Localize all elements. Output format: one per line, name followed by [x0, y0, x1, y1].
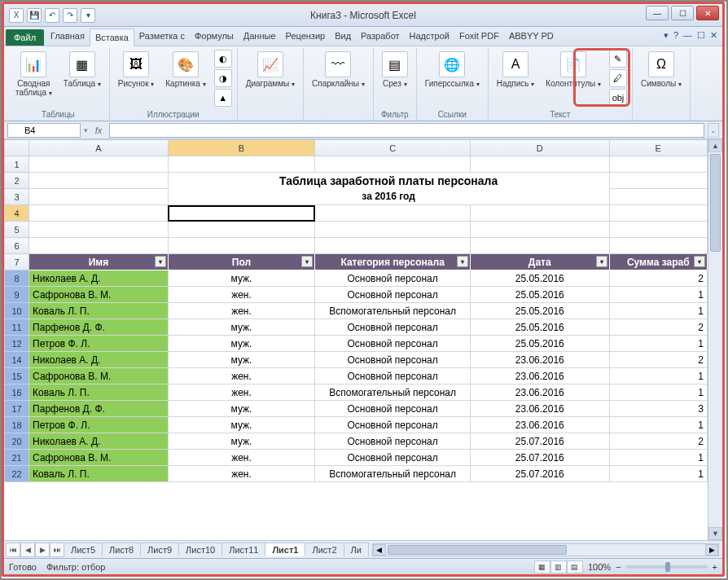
sex-cell[interactable]: муж. [168, 417, 315, 433]
name-cell[interactable]: Николаев А. Д. [29, 270, 169, 287]
undo-icon[interactable]: ↶ [45, 8, 59, 23]
hscroll-thumb[interactable] [388, 545, 567, 555]
sex-cell[interactable]: муж. [168, 401, 315, 417]
ribbon-tab-данные[interactable]: Данные [239, 28, 281, 46]
ribbon-tab-вид[interactable]: Вид [330, 28, 356, 46]
cell[interactable] [315, 238, 471, 254]
name-cell[interactable]: Петров Ф. Л. [29, 417, 169, 433]
ribbon-button-надпись[interactable]: AНадпись ▾ [493, 50, 538, 90]
name-cell[interactable]: Коваль Л. П. [29, 303, 169, 319]
table-header-cell[interactable]: Имя▾ [29, 254, 169, 270]
qat-dropdown-icon[interactable]: ▾ [81, 8, 95, 23]
row-header[interactable]: 18 [5, 417, 29, 433]
sheet-tab[interactable]: Лист8 [102, 543, 141, 556]
name-cell[interactable]: Сафронова В. М. [29, 450, 169, 466]
row-header[interactable]: 11 [5, 319, 29, 336]
sum-cell[interactable]: 1 [609, 466, 707, 482]
sheet-nav-button[interactable]: ▶ [35, 543, 50, 557]
sheet-nav-button[interactable]: ⏭ [50, 543, 64, 557]
sheet-tab[interactable]: Лист10 [178, 543, 222, 556]
sex-cell[interactable]: муж. [168, 270, 315, 287]
horizontal-scrollbar[interactable]: ◀ ▶ [372, 543, 719, 556]
ribbon-button-гиперссылка[interactable]: 🌐Гиперссылка ▾ [422, 50, 483, 90]
ribbon-small-button[interactable]: ◑ [214, 69, 232, 87]
name-cell[interactable]: Парфенов Д. Ф. [29, 319, 169, 336]
ribbon-tab-вставка[interactable]: Вставка [90, 29, 134, 46]
vscroll-thumb[interactable] [710, 154, 721, 252]
ribbon-tab-главная[interactable]: Главная [46, 28, 90, 46]
zoom-slider[interactable] [626, 565, 708, 569]
maximize-button[interactable]: ☐ [671, 6, 694, 20]
sheet-tab[interactable]: Ли [344, 543, 369, 556]
column-header[interactable]: C [315, 140, 471, 156]
close-button[interactable]: ✕ [696, 6, 719, 20]
sex-cell[interactable]: муж. [168, 433, 315, 450]
cell[interactable] [29, 189, 169, 205]
filter-dropdown-icon[interactable]: ▾ [457, 256, 468, 267]
cell[interactable] [470, 222, 609, 238]
filter-dropdown-icon[interactable]: ▾ [155, 256, 166, 267]
cell[interactable] [609, 173, 707, 189]
sum-cell[interactable]: 2 [609, 319, 707, 336]
ribbon-small-button[interactable]: 🖊 [609, 69, 627, 87]
formula-bar[interactable] [109, 123, 704, 138]
redo-icon[interactable]: ↷ [63, 8, 77, 23]
category-cell[interactable]: Основной персонал [315, 450, 471, 466]
cell[interactable] [315, 222, 471, 238]
sex-cell[interactable]: жен. [168, 303, 315, 319]
title-cell[interactable]: Таблица заработной платы персонала [168, 173, 609, 189]
hscroll-right-icon[interactable]: ▶ [705, 544, 718, 556]
sheet-tab[interactable]: Лист9 [140, 543, 179, 556]
category-cell[interactable]: Основной персонал [315, 401, 471, 417]
sum-cell[interactable]: 1 [609, 336, 707, 352]
name-cell[interactable]: Сафронова В. М. [29, 287, 169, 303]
hscroll-left-icon[interactable]: ◀ [373, 544, 386, 556]
scroll-up-icon[interactable]: ▲ [708, 139, 722, 152]
ribbon-button-символы[interactable]: ΩСимволы ▾ [638, 50, 685, 90]
cell[interactable] [609, 238, 707, 254]
filter-dropdown-icon[interactable]: ▾ [301, 256, 313, 267]
minimize-button[interactable]: — [646, 6, 669, 20]
row-header[interactable]: 1 [5, 156, 29, 173]
row-header[interactable]: 15 [5, 368, 29, 384]
sheet-nav-button[interactable]: ◀ [20, 543, 35, 557]
date-cell[interactable]: 25.05.2016 [470, 270, 609, 287]
table-header-cell[interactable]: Пол▾ [168, 254, 315, 270]
row-header[interactable]: 2 [5, 173, 29, 189]
cell[interactable] [29, 173, 169, 189]
workbook-max-icon[interactable]: ☐ [697, 30, 705, 41]
zoom-out-icon[interactable]: − [616, 562, 621, 572]
cell[interactable] [470, 238, 609, 254]
name-cell[interactable]: Николаев А. Д. [29, 433, 169, 450]
ribbon-button-таблица[interactable]: ▦Таблица ▾ [60, 50, 104, 90]
cell[interactable] [29, 156, 169, 173]
date-cell[interactable]: 23.06.2016 [470, 417, 609, 433]
cell[interactable] [29, 222, 169, 238]
sum-cell[interactable]: 1 [609, 450, 707, 466]
ribbon-button-диаграммы[interactable]: 📈Диаграммы ▾ [243, 50, 298, 90]
sex-cell[interactable]: жен. [168, 287, 315, 303]
select-all-corner[interactable] [5, 140, 29, 156]
filter-dropdown-icon[interactable]: ▾ [694, 256, 705, 267]
row-header[interactable]: 4 [5, 205, 29, 222]
cell[interactable] [609, 205, 707, 222]
fx-icon[interactable]: fx [91, 123, 106, 138]
ribbon-small-button[interactable]: ✎ [609, 50, 627, 68]
row-header[interactable]: 10 [5, 303, 29, 319]
spreadsheet-grid[interactable]: ABCDE12Таблица заработной платы персонал… [4, 139, 708, 540]
sex-cell[interactable]: муж. [168, 336, 315, 352]
sheet-tab[interactable]: Лист1 [265, 543, 305, 556]
sheet-tab[interactable]: Лист11 [221, 543, 265, 556]
name-cell[interactable]: Петров Ф. Л. [29, 336, 169, 352]
date-cell[interactable]: 25.05.2016 [470, 336, 609, 352]
column-header[interactable]: E [609, 140, 707, 156]
page-break-view-icon[interactable]: ▤ [567, 560, 583, 573]
ribbon-small-button[interactable]: obj [609, 89, 627, 107]
vertical-scrollbar[interactable]: ▲ ▼ [708, 139, 722, 540]
workbook-close-icon[interactable]: ✕ [710, 30, 717, 41]
cell[interactable] [168, 222, 315, 238]
cell[interactable] [168, 156, 315, 173]
name-cell[interactable]: Коваль Л. П. [29, 384, 169, 401]
row-header[interactable]: 9 [5, 287, 29, 303]
filter-dropdown-icon[interactable]: ▾ [596, 256, 607, 267]
